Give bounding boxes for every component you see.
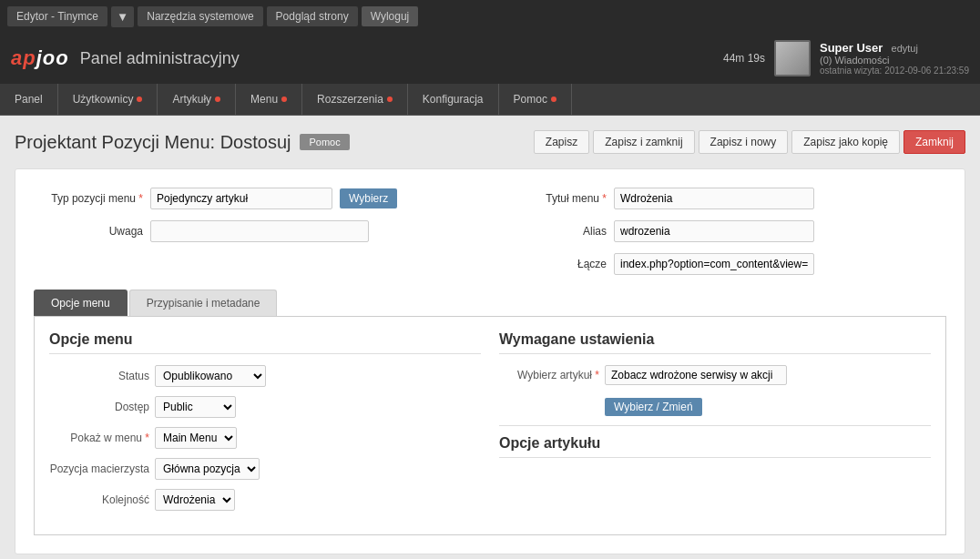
uwaga-label: Uwaga <box>34 225 143 238</box>
pokaz-w-menu-row: Pokaż w menu Main Menu <box>49 427 481 449</box>
kolejnosc-select[interactable]: Wdrożenia <box>155 489 235 511</box>
editor-dropdown-button[interactable]: ▼ <box>111 6 134 27</box>
user-info: 44m 19s Super User edytuj (0) Wiadomości… <box>723 40 969 76</box>
alias-label: Alias <box>497 225 607 238</box>
wybierz-artykul-label: Wybierz artykuł <box>499 369 599 381</box>
dostep-row: Dostęp Public Registered Special <box>49 396 481 418</box>
page-title: Projektant Pozycji Menu: Dostosuj <box>15 132 291 153</box>
header: apjoo Panel administracyjny 44m 19s Supe… <box>0 33 980 84</box>
section-divider <box>499 425 931 426</box>
user-messages: (0) Wiadomości <box>820 55 969 66</box>
nav-item-konfiguracja[interactable]: Konfiguracja <box>408 84 499 115</box>
site-title: Panel administracyjny <box>80 49 240 68</box>
pozycja-macierzysta-label: Pozycja macierzysta <box>49 462 149 475</box>
page-header: Projektant Pozycji Menu: Dostosuj Pomoc … <box>15 130 965 154</box>
wybierz-artykul-row: Wybierz artykuł Zobacz wdrożone serwisy … <box>499 365 931 385</box>
page-content: Projektant Pozycji Menu: Dostosuj Pomoc … <box>0 116 980 559</box>
save-copy-button[interactable]: Zapisz jako kopię <box>791 130 900 154</box>
pokaz-w-menu-select[interactable]: Main Menu <box>155 427 237 449</box>
nav-label-pomoc: Pomoc <box>514 93 547 106</box>
user-details: Super User edytuj (0) Wiadomości ostatni… <box>820 41 969 76</box>
nav-item-artykuly[interactable]: Artykuły <box>158 84 236 115</box>
nav-dot-uzytkownicy <box>137 97 142 102</box>
lacze-group: Łącze index.php?option=com_content&view=… <box>497 253 946 275</box>
nav-dot-rozszerzenia <box>387 97 393 102</box>
last-visit-label: ostatnia wizyta: <box>820 66 882 76</box>
typ-pozycji-group: Typ pozycji menu Pojedynczy artykuł Wybi… <box>34 188 483 209</box>
wybierz-artykul-input[interactable]: Zobacz wdrożone serwisy w akcji <box>605 365 787 385</box>
alias-input[interactable]: wdrozenia <box>614 220 814 242</box>
nav-label-konfiguracja: Konfiguracja <box>423 93 484 106</box>
nav-item-rozszerzenia[interactable]: Rozszerzenia <box>302 84 408 115</box>
nav-item-menu[interactable]: Menu <box>236 84 302 115</box>
page-title-area: Projektant Pozycji Menu: Dostosuj Pomoc <box>15 132 350 153</box>
nav-dot-pomoc <box>551 97 556 102</box>
avatar <box>774 40 811 76</box>
avatar-image <box>776 42 809 75</box>
nav-dot-artykuly <box>215 97 220 102</box>
user-lastvisit: ostatnia wizyta: 2012-09-06 21:23:59 <box>820 66 969 76</box>
typ-pozycji-input[interactable]: Pojedynczy artykuł <box>150 188 332 209</box>
tabs: Opcje menu Przypisanie i metadane <box>34 290 946 317</box>
nav-item-pomoc[interactable]: Pomoc <box>499 84 572 115</box>
toolbar: Zapisz Zapisz i zamknij Zapisz i nowy Za… <box>534 130 965 154</box>
pokaz-w-menu-label: Pokaż w menu <box>49 432 149 444</box>
last-visit-value: 2012-09-06 21:23:59 <box>884 66 969 76</box>
tab-content: Opcje menu Status Opublikowano Nieopubli… <box>34 317 946 535</box>
kolejnosc-row: Kolejność Wdrożenia <box>49 489 481 511</box>
preview-button[interactable]: Podgląd strony <box>267 6 358 26</box>
nav-label-rozszerzenia: Rozszerzenia <box>317 93 383 106</box>
wymagane-title: Wymagane ustawienia <box>499 331 931 354</box>
dostep-select[interactable]: Public Registered Special <box>155 396 236 418</box>
save-new-button[interactable]: Zapisz i nowy <box>699 130 789 154</box>
uwaga-input[interactable] <box>150 220 369 242</box>
nav-item-uzytkownicy[interactable]: Użytkownicy <box>58 84 158 115</box>
save-close-button[interactable]: Zapisz i zamknij <box>593 130 694 154</box>
alias-group: Alias wdrozenia <box>497 220 946 242</box>
logout-button[interactable]: Wyloguj <box>362 6 419 26</box>
user-edit-link[interactable]: edytuj <box>892 43 918 54</box>
wymagane-section: Wymagane ustawienia Wybierz artykuł Zoba… <box>499 331 931 416</box>
user-name: Super User <box>820 41 883 55</box>
opcje-artykulu-title: Opcje artykułu <box>499 435 931 458</box>
tab-przypisanie[interactable]: Przypisanie i metadane <box>129 290 278 316</box>
right-section: Wymagane ustawienia Wybierz artykuł Zoba… <box>499 331 931 520</box>
nav-item-panel[interactable]: Panel <box>0 84 58 115</box>
top-bar: Edytor - Tinymce ▼ Narzędzia systemowe P… <box>0 0 980 33</box>
nav-label-menu: Menu <box>250 93 278 106</box>
nav-label-panel: Panel <box>15 93 43 106</box>
tools-button[interactable]: Narzędzia systemowe <box>138 6 262 26</box>
lacze-label: Łącze <box>497 258 607 270</box>
tytul-menu-group: Tytuł menu Wdrożenia <box>497 188 946 209</box>
status-row: Status Opublikowano Nieopublikowano Zarc… <box>49 365 481 387</box>
logo-area: apjoo Panel administracyjny <box>11 46 240 70</box>
save-button[interactable]: Zapisz <box>534 130 589 154</box>
typ-pozycji-label: Typ pozycji menu <box>34 192 143 205</box>
tytul-menu-input[interactable]: Wdrożenia <box>614 188 814 209</box>
tab-opcje-menu[interactable]: Opcje menu <box>34 290 128 316</box>
pozycja-macierzysta-select[interactable]: Główna pozycja <box>155 458 260 480</box>
editor-button[interactable]: Edytor - Tinymce <box>7 6 107 26</box>
wybierz-typ-button[interactable]: Wybierz <box>340 188 397 208</box>
help-button[interactable]: Pomoc <box>300 134 349 150</box>
opcje-artykulu-section: Opcje artykułu <box>499 435 931 458</box>
pozycja-macierzysta-row: Pozycja macierzysta Główna pozycja <box>49 458 481 480</box>
dostep-label: Dostęp <box>49 401 149 413</box>
nav-dot-menu <box>281 97 287 102</box>
close-button[interactable]: Zamknij <box>903 130 965 154</box>
nav-label-uzytkownicy: Użytkownicy <box>73 93 134 106</box>
logo: apjoo <box>11 46 69 70</box>
top-bar-left: Edytor - Tinymce ▼ Narzędzia systemowe P… <box>7 6 418 27</box>
opcje-menu-title: Opcje menu <box>49 331 481 354</box>
wybierz-zmien-button[interactable]: Wybierz / Zmień <box>605 398 702 416</box>
form-panel: Typ pozycji menu Pojedynczy artykuł Wybi… <box>15 168 965 554</box>
tab-opcje-menu-label: Opcje menu <box>51 297 110 310</box>
opcje-menu-section: Opcje menu Status Opublikowano Nieopubli… <box>49 331 481 520</box>
lacze-input[interactable]: index.php?option=com_content&view=articl… <box>614 253 814 275</box>
kolejnosc-label: Kolejność <box>49 493 149 506</box>
nav-label-artykuly: Artykuły <box>172 93 211 106</box>
status-label: Status <box>49 370 149 382</box>
timer: 44m 19s <box>723 52 765 65</box>
status-select[interactable]: Opublikowano Nieopublikowano Zarchiwizow… <box>155 365 266 387</box>
section-columns: Opcje menu Status Opublikowano Nieopubli… <box>49 331 931 520</box>
